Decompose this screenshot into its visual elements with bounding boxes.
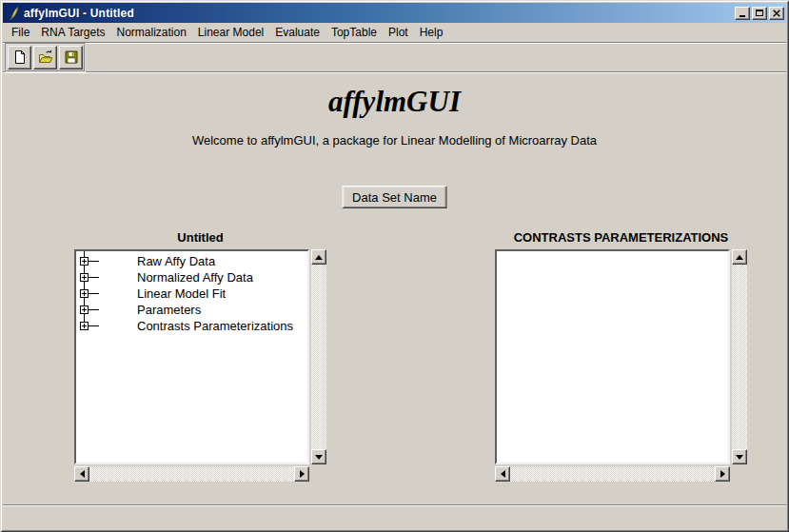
tree-item-label[interactable]: Parameters [137, 303, 201, 317]
arrow-down-icon [736, 455, 743, 460]
menu-help[interactable]: Help [414, 24, 449, 41]
right-horizontal-scrollbar[interactable] [495, 466, 730, 482]
tree-item-linear-model-fit[interactable]: Linear Model Fit [76, 286, 307, 302]
tree-item-raw-affy-data[interactable]: Raw Affy Data [76, 253, 307, 269]
expand-plus-icon[interactable] [80, 273, 89, 282]
expand-plus-icon[interactable] [80, 289, 89, 298]
expand-plus-icon[interactable] [80, 305, 89, 314]
menu-plot[interactable]: Plot [383, 24, 414, 41]
minimize-icon [740, 15, 745, 17]
right-panel-title: CONTRASTS PARAMETERIZATIONS [495, 230, 747, 245]
tree-item-label[interactable]: Linear Model Fit [137, 286, 226, 301]
save-floppy-icon [64, 49, 79, 65]
left-panel-title: Untitled [74, 230, 326, 245]
tree-item-label[interactable]: Contrasts Parameterizations [137, 319, 293, 333]
arrow-down-icon [315, 455, 323, 460]
tree-item-label[interactable]: Normalized Affy Data [137, 270, 253, 285]
menu-rna-targets[interactable]: RNA Targets [35, 24, 110, 41]
scroll-right-button[interactable] [294, 466, 309, 482]
close-button[interactable] [769, 7, 784, 20]
scroll-up-button[interactable] [311, 249, 326, 265]
open-folder-icon [38, 49, 53, 65]
right-vertical-scrollbar[interactable] [732, 249, 747, 464]
open-file-button[interactable] [33, 46, 57, 69]
arrow-up-icon [736, 255, 743, 260]
menu-bar: File RNA Targets Normalization Linear Mo… [3, 23, 786, 42]
tree-branch-line [89, 293, 99, 294]
app-window: affylmGUI - Untitled File RNA Targets No… [0, 0, 789, 532]
app-subtitle: Welcome to affylmGUI, a package for Line… [3, 133, 786, 148]
toolbar-group [5, 43, 86, 72]
scroll-left-button[interactable] [74, 466, 89, 482]
arrow-left-icon [501, 470, 505, 478]
scroll-down-button[interactable] [311, 449, 326, 464]
tree-item-parameters[interactable]: Parameters [76, 302, 307, 318]
scroll-up-button[interactable] [732, 249, 747, 265]
contrasts-parameterizations-listbox[interactable] [495, 249, 730, 464]
menu-linear-model[interactable]: Linear Model [192, 24, 269, 41]
tree-branch-line [89, 309, 99, 310]
menu-normalization[interactable]: Normalization [111, 24, 192, 41]
tree-item-label[interactable]: Raw Affy Data [137, 254, 215, 268]
window-title: affylmGUI - Untitled [24, 7, 733, 20]
expand-plus-icon[interactable] [80, 257, 89, 266]
app-title: affylmGUI [3, 86, 786, 118]
app-feather-icon [6, 6, 21, 21]
close-icon [773, 10, 780, 17]
new-file-button[interactable] [8, 46, 31, 69]
tree-item-contrasts-parameterizations[interactable]: Contrasts Parameterizations [76, 318, 307, 334]
menu-file[interactable]: File [6, 24, 35, 41]
toolbar [3, 42, 786, 72]
save-file-button[interactable] [59, 46, 83, 69]
menu-evaluate[interactable]: Evaluate [269, 24, 325, 41]
expand-plus-icon[interactable] [80, 322, 89, 330]
arrow-left-icon [80, 470, 85, 478]
title-bar[interactable]: affylmGUI - Untitled [3, 3, 786, 23]
tree-item-normalized-affy-data[interactable]: Normalized Affy Data [76, 269, 307, 286]
main-area: affylmGUI Welcome to affylmGUI, a packag… [3, 72, 786, 505]
arrow-right-icon [300, 470, 305, 478]
left-horizontal-scrollbar[interactable] [74, 466, 309, 482]
scroll-right-button[interactable] [715, 466, 730, 482]
tree-branch-line [89, 325, 99, 326]
scroll-left-button[interactable] [495, 466, 510, 482]
arrow-right-icon [720, 470, 725, 478]
minimize-button[interactable] [735, 7, 750, 20]
tree-branch-line [89, 261, 99, 262]
arrow-up-icon [315, 255, 323, 260]
new-document-icon [12, 49, 28, 65]
left-vertical-scrollbar[interactable] [311, 249, 326, 464]
data-set-name-button[interactable]: Data Set Name [342, 186, 447, 208]
maximize-button[interactable] [752, 7, 767, 20]
maximize-icon [756, 10, 763, 16]
tree-branch-line [89, 277, 99, 278]
dataset-tree-listbox[interactable]: Raw Affy Data Normalized Affy Data Linea… [74, 249, 309, 464]
menu-toptable[interactable]: TopTable [325, 24, 383, 41]
scroll-down-button[interactable] [732, 449, 747, 464]
status-bar [3, 506, 786, 529]
